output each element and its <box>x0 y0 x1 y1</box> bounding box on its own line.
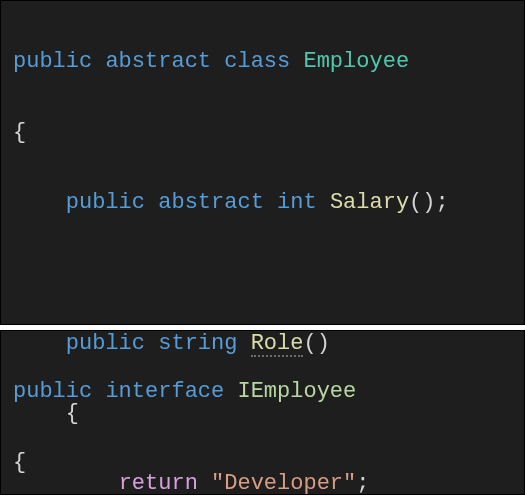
code-line: public interface IEmployee <box>13 374 512 409</box>
punctuation: () <box>303 331 329 356</box>
code-line: { <box>13 445 512 480</box>
keyword: class <box>224 49 290 74</box>
punctuation: (); <box>409 190 449 215</box>
code-line <box>13 255 512 290</box>
keyword: string <box>158 331 237 356</box>
keyword: public <box>13 49 92 74</box>
keyword: int <box>277 190 317 215</box>
brace: { <box>13 450 26 475</box>
code-editor-pane-1[interactable]: public abstract class Employee { public … <box>0 0 525 325</box>
keyword: public <box>13 379 92 404</box>
code-line: { <box>13 115 512 150</box>
method-name: Role <box>251 333 304 357</box>
keyword: interface <box>105 379 224 404</box>
method-name: Salary <box>330 190 409 215</box>
code-line: public abstract int Salary(); <box>13 185 512 220</box>
type-name: Employee <box>303 49 409 74</box>
keyword: abstract <box>158 190 264 215</box>
code-line: public abstract class Employee <box>13 44 512 79</box>
interface-name: IEmployee <box>237 379 356 404</box>
keyword: abstract <box>105 49 211 74</box>
code-line: public string Role() <box>13 326 512 361</box>
keyword: public <box>66 331 145 356</box>
keyword: public <box>66 190 145 215</box>
brace: { <box>13 120 26 145</box>
